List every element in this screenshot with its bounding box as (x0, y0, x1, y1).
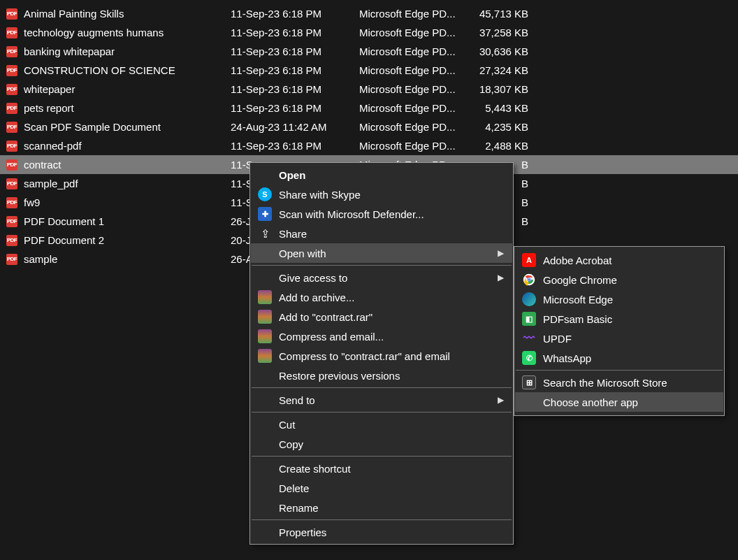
menu-item[interactable]: Choose another app (515, 392, 723, 412)
menu-item-label: Properties (279, 526, 491, 538)
file-size: 27,324 KB (475, 64, 528, 76)
menu-item[interactable]: Add to archive... (251, 287, 512, 307)
file-row[interactable]: PDFAnimal Painting Skills11-Sep-23 6:18 … (0, 4, 738, 23)
menu-item[interactable]: 〰UPDF (515, 329, 723, 348)
menu-item[interactable]: Properties (251, 522, 512, 542)
file-name: sample (24, 253, 231, 265)
acrobat-icon: A (522, 253, 536, 267)
menu-item[interactable]: Copy (251, 434, 512, 454)
file-date: 24-Aug-23 11:42 AM (231, 121, 359, 133)
menu-separator (252, 456, 512, 457)
menu-separator (516, 370, 723, 371)
file-date: 11-Sep-23 6:18 PM (231, 45, 359, 57)
skype-icon: S (258, 187, 272, 201)
menu-item-label: Add to archive... (279, 292, 491, 303)
menu-item[interactable]: ⇪Share (251, 224, 512, 243)
file-row[interactable]: PDFpets report11-Sep-23 6:18 PMMicrosoft… (0, 99, 738, 117)
pdf-file-icon: PDF (0, 46, 24, 57)
file-size: 2,488 KB (475, 140, 528, 152)
menu-item[interactable]: Cut (251, 415, 512, 434)
file-name: technology augments humans (24, 27, 231, 38)
pdfsam-icon: ◧ (522, 312, 536, 326)
file-size: 30,636 KB (475, 45, 528, 57)
menu-item-label: Microsoft Edge (543, 294, 702, 306)
file-name: PDF Document 2 (24, 234, 231, 246)
pdf-file-icon: PDF (0, 141, 24, 152)
menu-item[interactable]: Rename (251, 498, 512, 517)
winrar-icon (258, 329, 272, 343)
menu-item-label: Open (279, 169, 491, 181)
pdf-file-icon: PDF (0, 122, 24, 133)
chrome-icon (522, 273, 536, 287)
file-row[interactable]: PDFscanned-pdf11-Sep-23 6:18 PMMicrosoft… (0, 136, 738, 155)
file-date: 11-Sep-23 6:18 PM (231, 8, 359, 20)
file-name: banking whitepapar (24, 45, 231, 57)
menu-item[interactable]: ✚Scan with Microsoft Defender... (251, 204, 512, 224)
open-with-submenu: AAdobe AcrobatGoogle ChromeMicrosoft Edg… (514, 246, 725, 416)
file-name: CONSTRUCTION OF SCIENCE (24, 64, 231, 76)
context-menu: OpenSShare with Skype✚Scan with Microsof… (249, 162, 514, 545)
file-name: PDF Document 1 (24, 215, 231, 227)
menu-item[interactable]: Compress and email... (251, 326, 512, 346)
menu-item[interactable]: Compress to "contract.rar" and email (251, 346, 512, 366)
pdf-file-icon: PDF (0, 8, 24, 20)
submenu-arrow-icon: ▶ (498, 273, 504, 282)
menu-item[interactable]: Delete (251, 478, 512, 498)
file-type: Microsoft Edge PD... (359, 140, 475, 152)
file-date: 11-Sep-23 6:18 PM (231, 27, 359, 38)
menu-item-label: Restore previous versions (279, 370, 491, 382)
submenu-arrow-icon: ▶ (498, 248, 504, 258)
menu-item-label: Share (279, 228, 491, 240)
menu-item[interactable]: SShare with Skype (251, 185, 512, 204)
file-date: 11-Sep-23 6:18 PM (231, 83, 359, 95)
file-type: Microsoft Edge PD... (359, 45, 475, 57)
menu-separator (252, 412, 512, 412)
winrar-icon (258, 310, 272, 324)
menu-item[interactable]: Add to "contract.rar" (251, 307, 512, 326)
file-row[interactable]: PDFbanking whitepapar11-Sep-23 6:18 PMMi… (0, 42, 738, 61)
menu-item[interactable]: ⊞Search the Microsoft Store (515, 373, 723, 392)
file-name: contract (24, 159, 231, 171)
menu-item[interactable]: Google Chrome (515, 270, 723, 289)
menu-item[interactable]: ◧PDFsam Basic (515, 309, 723, 329)
file-name: pets report (24, 102, 231, 114)
defender-icon: ✚ (258, 207, 272, 221)
menu-item-label: Delete (279, 482, 491, 494)
winrar-icon (258, 349, 272, 363)
menu-item-label: Scan with Microsoft Defender... (279, 208, 491, 220)
pdf-file-icon: PDF (0, 159, 24, 171)
menu-item[interactable]: Open with▶ (251, 243, 512, 263)
file-row[interactable]: PDFCONSTRUCTION OF SCIENCE11-Sep-23 6:18… (0, 61, 738, 80)
menu-item-label: WhatsApp (543, 352, 702, 364)
file-date: 11-Sep-23 6:18 PM (231, 140, 359, 152)
file-name: Animal Painting Skills (24, 8, 231, 20)
file-size: 5,443 KB (475, 102, 528, 114)
file-date: 11-Sep-23 6:18 PM (231, 102, 359, 114)
menu-item[interactable]: Microsoft Edge (515, 289, 723, 309)
menu-item-label: Share with Skype (279, 189, 491, 201)
menu-item-label: Give access to (279, 272, 491, 284)
menu-item[interactable]: Restore previous versions (251, 366, 512, 385)
pdf-file-icon: PDF (0, 84, 24, 95)
file-row[interactable]: PDFScan PDF Sample Document24-Aug-23 11:… (0, 117, 738, 136)
file-size: 37,258 KB (475, 27, 528, 38)
menu-item[interactable]: Give access to▶ (251, 268, 512, 287)
menu-item[interactable]: Open (251, 165, 512, 185)
menu-item-label: Compress and email... (279, 331, 491, 343)
menu-item[interactable]: Create shortcut (251, 459, 512, 478)
menu-item-label: Compress to "contract.rar" and email (279, 350, 491, 362)
file-row[interactable]: PDFwhitepaper11-Sep-23 6:18 PMMicrosoft … (0, 80, 738, 99)
file-row[interactable]: PDFtechnology augments humans11-Sep-23 6… (0, 23, 738, 42)
menu-item[interactable]: ✆WhatsApp (515, 348, 723, 368)
menu-item[interactable]: AAdobe Acrobat (515, 250, 723, 270)
menu-item[interactable]: Send to▶ (251, 390, 512, 410)
file-type: Microsoft Edge PD... (359, 27, 475, 38)
edge-icon (522, 292, 536, 306)
file-size: 45,713 KB (475, 8, 528, 20)
pdf-file-icon: PDF (0, 197, 24, 208)
menu-item-label: Send to (279, 394, 491, 406)
pdf-file-icon: PDF (0, 216, 24, 227)
file-name: Scan PDF Sample Document (24, 121, 231, 133)
file-name: scanned-pdf (24, 140, 231, 152)
file-type: Microsoft Edge PD... (359, 83, 475, 95)
